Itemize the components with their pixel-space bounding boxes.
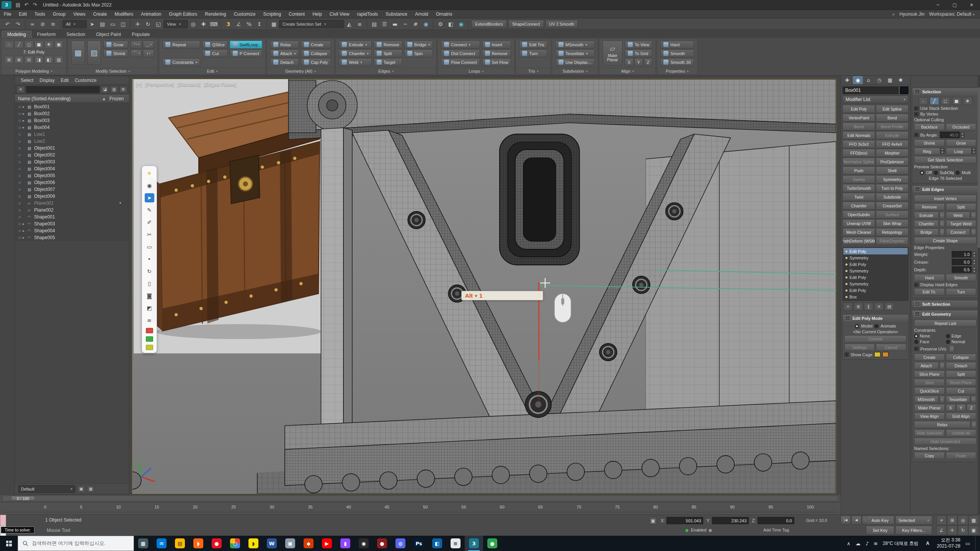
list-item[interactable]: ▫ ▧ Low1 xyxy=(15,131,129,138)
ribbon-button[interactable]: Constraints xyxy=(162,58,200,66)
row-display-icon[interactable]: ▫ xyxy=(16,160,23,164)
taskbar-app[interactable]: ◍ xyxy=(391,536,410,551)
row-display-icon[interactable]: ▫ xyxy=(16,167,23,171)
menu-item[interactable]: Animation xyxy=(137,10,165,18)
menu-item[interactable]: Content xyxy=(285,10,309,18)
menu-item[interactable]: Civil View xyxy=(326,10,353,18)
toolbar-icon[interactable] xyxy=(60,20,60,28)
explorer-footer-icon[interactable]: ▦ xyxy=(87,486,95,492)
viewport-nav-button[interactable]: ▣ xyxy=(969,525,979,535)
polygon-modeling-icon[interactable]: ▥ xyxy=(54,56,63,64)
row-display-icon[interactable]: ▫ xyxy=(16,181,23,184)
menu-item[interactable]: Edit xyxy=(15,10,31,18)
toolbar-icon[interactable]: ◭ xyxy=(344,20,354,29)
ribbon-button[interactable]: Edit Tris xyxy=(519,41,547,49)
quick-access-icon[interactable]: ↶ xyxy=(22,1,31,9)
edit-geometry-button[interactable]: Grid Align xyxy=(946,412,977,420)
modifier-stack-item[interactable]: Edit Poly xyxy=(843,248,908,254)
ribbon-group-label[interactable]: Polygon Modeling xyxy=(2,68,66,74)
modifier-stack-item[interactable]: Box xyxy=(843,293,908,300)
backface-button[interactable]: Backface xyxy=(914,123,945,130)
taskbar-app[interactable]: ● xyxy=(483,536,501,551)
edit-geometry-button[interactable]: Tessellate xyxy=(946,396,970,403)
palette-tool-icon[interactable]: ✐ xyxy=(145,218,154,227)
stack-tool-icon[interactable]: ⌖ xyxy=(843,303,853,310)
explorer-menu-item[interactable]: Display xyxy=(37,78,57,83)
named-selection-button[interactable]: Paste xyxy=(946,452,977,459)
modifier-button[interactable]: Sweep xyxy=(843,175,875,183)
subobject-level-icon[interactable]: ▣ xyxy=(54,41,63,48)
explorer-column-header[interactable]: Name (Sorted Ascending) ▲ Frozen xyxy=(15,95,129,103)
menu-item[interactable]: rapidTools xyxy=(353,10,382,18)
ime-indicator[interactable]: A xyxy=(923,541,932,546)
list-item[interactable]: ▫ ▸ ▧ Box003 xyxy=(15,117,129,124)
ring-button[interactable]: Ring xyxy=(914,148,940,155)
edit-edges-button[interactable]: Connect xyxy=(946,228,970,236)
palette-tool-icon[interactable]: ◙ xyxy=(145,291,154,300)
list-item[interactable]: ▫ ▸ ▧ Box001 xyxy=(15,103,129,110)
toolbar-icon[interactable]: # xyxy=(410,20,421,29)
list-item[interactable]: ▫ ▧ Object004 xyxy=(15,165,129,172)
by-angle-value[interactable]: 45.0 xyxy=(940,132,960,138)
planar-axis-button[interactable]: Z xyxy=(967,404,976,411)
modifier-stack-item[interactable]: Edit Poly xyxy=(843,261,908,267)
menu-item[interactable]: Help xyxy=(309,10,326,18)
object-color-swatch[interactable] xyxy=(900,86,908,94)
ribbon-button[interactable]: Connect xyxy=(441,41,480,49)
tray-icon[interactable]: ☁ xyxy=(856,541,861,546)
list-item[interactable]: ▫ ▧ Object006 xyxy=(15,179,129,186)
modify-selection-big-icon[interactable]: ▨ xyxy=(87,41,101,65)
viewport-menu-renderer[interactable]: [Standard] xyxy=(178,82,201,87)
start-button[interactable] xyxy=(0,536,18,551)
show-desktop-button[interactable] xyxy=(975,536,978,551)
menu-item[interactable]: Ornatrix xyxy=(432,10,456,18)
animate-radio[interactable] xyxy=(874,324,879,328)
subobject-mode-icon[interactable]: ∴ xyxy=(919,97,928,105)
toolbar-icon[interactable]: ▭ xyxy=(108,20,118,29)
signed-in-user[interactable]: Hyunsuk Jin xyxy=(900,11,924,17)
weather-widget[interactable]: 28°C 대체로 흐림 xyxy=(883,540,918,547)
ribbon-button[interactable]: Relax xyxy=(270,41,299,49)
list-item[interactable]: ▫ ▸ ◠ Shape004 xyxy=(15,227,129,234)
command-panel-tab[interactable]: ✱ xyxy=(896,76,906,84)
menu-item[interactable]: Arnold xyxy=(411,10,432,18)
loop-tool-icon[interactable]: ◡ xyxy=(143,41,154,49)
taskbar-app[interactable]: ○ xyxy=(226,536,244,551)
toolbar-icon[interactable]: ☰ xyxy=(379,20,390,29)
edit-geometry-button[interactable]: Slice Plane xyxy=(914,370,945,378)
toolbar-icon[interactable]: ↷ xyxy=(13,20,23,29)
row-display-icon[interactable]: ▫ xyxy=(16,208,23,212)
modifier-button[interactable]: Edit Poly xyxy=(843,105,875,113)
viewport-menu-shading[interactable]: [Edged Faces] xyxy=(204,82,236,87)
toolbar-icon[interactable]: ≡ xyxy=(354,20,365,29)
edge-hardness-button[interactable]: Smooth xyxy=(946,274,977,281)
modifier-button[interactable]: Morpher xyxy=(876,149,908,157)
auto-key-button[interactable]: Auto Key xyxy=(866,516,894,525)
custom-script-button[interactable]: ExtendBorders xyxy=(471,20,507,28)
row-display-icon[interactable]: ▫ xyxy=(16,112,23,116)
viewport-nav-button[interactable]: ↻ xyxy=(958,525,968,535)
occluded-button[interactable]: Occluded xyxy=(946,123,977,130)
make-planar-button[interactable]: ▱ Make Planar xyxy=(603,41,622,66)
use-stack-selection-checkbox[interactable] xyxy=(914,106,918,111)
subobject-mode-icon[interactable]: ■ xyxy=(952,97,961,105)
toolbar-icon[interactable]: ~ xyxy=(400,20,410,29)
loop-tool-icon[interactable]: ≀ xyxy=(143,49,154,57)
edge-tri-button[interactable]: Edit Tri. xyxy=(914,288,945,295)
settings-box-icon[interactable]: □ xyxy=(939,362,945,369)
selection-lock-icon[interactable]: ▣ xyxy=(649,517,657,525)
ribbon-button[interactable]: Remove xyxy=(374,41,402,49)
taskbar-app[interactable]: ✉ xyxy=(152,536,171,551)
toolbar-icon[interactable]: ↶ xyxy=(2,20,13,29)
toolbar-icon[interactable]: ✛ xyxy=(132,20,143,29)
spinner-value[interactable]: 0.5 xyxy=(952,266,972,273)
set-key-button[interactable]: Set Key xyxy=(866,526,894,535)
ribbon-group-label[interactable]: Edit xyxy=(159,68,265,74)
display-hard-edges-checkbox[interactable] xyxy=(914,283,918,287)
viewport-nav-button[interactable]: ▦ xyxy=(969,515,979,525)
by-angle-checkbox[interactable] xyxy=(914,133,918,137)
constraint-radio[interactable] xyxy=(946,334,950,338)
command-panel-tab[interactable]: ✚ xyxy=(842,76,852,84)
toolbar-icon[interactable] xyxy=(468,20,469,28)
row-display-icon[interactable]: ▫ xyxy=(16,105,23,109)
